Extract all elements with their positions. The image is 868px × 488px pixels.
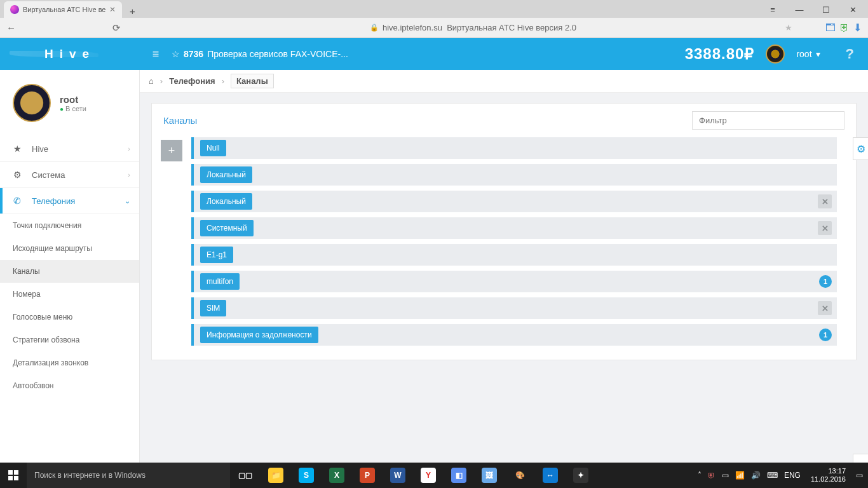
address-sep bbox=[442, 23, 447, 32]
taskbar-app3[interactable]: ✦ bbox=[566, 463, 596, 488]
svg-rect-0 bbox=[8, 470, 13, 475]
tab-close-icon[interactable]: ✕ bbox=[109, 5, 116, 14]
browser-tab[interactable]: Виртуальная АТС Hive ве ✕ bbox=[4, 1, 122, 18]
subnav-voice-menus[interactable]: Голосовые меню bbox=[0, 306, 139, 329]
download-icon[interactable]: ⬇ bbox=[853, 22, 862, 34]
taskbar-paint[interactable]: 🎨 bbox=[505, 463, 535, 488]
channel-tag[interactable]: Информация о задолжености bbox=[200, 327, 318, 343]
delete-row-icon[interactable]: ✕ bbox=[818, 301, 832, 315]
channel-tag[interactable]: Локальный bbox=[200, 193, 252, 210]
home-icon[interactable]: ⌂ bbox=[149, 76, 154, 86]
channel-row[interactable]: multifon1 bbox=[191, 271, 837, 292]
avatar bbox=[766, 44, 785, 64]
menu-icon[interactable]: ≡ bbox=[760, 1, 785, 18]
subnav-numbers[interactable]: Номера bbox=[0, 283, 139, 306]
shield-icon[interactable]: ⛨ bbox=[839, 22, 850, 34]
channel-row[interactable]: Информация о задолжености1 bbox=[191, 324, 837, 346]
sidebar-item-telephony[interactable]: ✆ Телефония ⌄ bbox=[0, 188, 139, 214]
subnav-call-details[interactable]: Детализация звонков bbox=[0, 351, 139, 374]
sidebar-toggle[interactable]: ≡ bbox=[140, 48, 172, 61]
channel-tag[interactable]: SIM bbox=[200, 300, 226, 316]
panel-title: Каналы bbox=[163, 115, 197, 126]
add-channel-button[interactable]: + bbox=[161, 140, 182, 161]
tray-chevron-up-icon[interactable]: ˄ bbox=[698, 471, 702, 480]
taskbar-explorer[interactable]: 📁 bbox=[261, 463, 291, 488]
minimize-button[interactable]: — bbox=[787, 1, 812, 18]
sidebar-item-system[interactable]: ⚙ Система › bbox=[0, 162, 139, 188]
header-ticker[interactable]: ☆ 8736 Проверка сервисов FAX-VOICE-... bbox=[172, 49, 348, 59]
channel-tag[interactable]: Локальный bbox=[200, 166, 252, 183]
filter-input[interactable] bbox=[692, 111, 844, 130]
taskbar-search-placeholder: Поиск в интернете и в Windows bbox=[34, 471, 146, 480]
taskbar-word[interactable]: W bbox=[383, 463, 413, 488]
ticker-id: 8736 bbox=[184, 49, 203, 59]
tray-icon[interactable]: ⛨ bbox=[708, 471, 715, 480]
maximize-button[interactable]: ☐ bbox=[813, 1, 839, 18]
taskbar-teamviewer[interactable]: ↔ bbox=[535, 463, 566, 488]
sidebar-item-hive[interactable]: ★ Hive › bbox=[0, 136, 139, 162]
count-badge: 1 bbox=[819, 329, 832, 341]
channel-tag[interactable]: E1-g1 bbox=[200, 247, 233, 263]
channel-rows: NullЛокальныйЛокальный✕Системный✕E1-g1mu… bbox=[191, 137, 837, 346]
extension-icon[interactable]: 🗔 bbox=[825, 22, 836, 34]
nav-reload-button[interactable]: ⟳ bbox=[112, 22, 121, 34]
help-button[interactable]: ? bbox=[832, 46, 868, 62]
panel-body: + NullЛокальныйЛокальный✕Системный✕E1-g1… bbox=[152, 137, 856, 360]
panel-channels: Каналы + NullЛокальныйЛокальный✕Системны… bbox=[151, 103, 857, 360]
start-button[interactable] bbox=[0, 463, 27, 488]
taskbar-app1[interactable]: ◧ bbox=[444, 463, 474, 488]
subnav-connection-points[interactable]: Точки подключения bbox=[0, 214, 139, 237]
channel-row[interactable]: Локальный✕ bbox=[191, 191, 837, 212]
close-window-button[interactable]: ✕ bbox=[840, 1, 865, 18]
address-bar: ← ⟳ 🔒 hive.iptelefon.su Виртуальная АТС … bbox=[0, 18, 868, 38]
svg-rect-1 bbox=[14, 470, 18, 475]
channel-tag[interactable]: Системный bbox=[200, 220, 254, 236]
subnav-outbound-routes[interactable]: Исходящие маршруты bbox=[0, 237, 139, 260]
subnav-channels[interactable]: Каналы bbox=[0, 260, 139, 283]
delete-row-icon[interactable]: ✕ bbox=[818, 194, 832, 208]
taskbar: Поиск в интернете и в Windows ▢▢ 📁 S X P… bbox=[0, 463, 868, 488]
sidebar-item-label: Hive bbox=[32, 144, 48, 154]
taskbar-clock[interactable]: 13:17 11.02.2016 bbox=[807, 467, 850, 484]
taskbar-excel[interactable]: X bbox=[322, 463, 352, 488]
channel-row[interactable]: E1-g1 bbox=[191, 244, 837, 266]
online-dot-icon: ● bbox=[60, 105, 64, 112]
channel-tag[interactable]: multifon bbox=[200, 273, 240, 290]
channel-row[interactable]: SIM✕ bbox=[191, 297, 837, 319]
tab-title: Виртуальная АТС Hive ве bbox=[23, 6, 105, 13]
task-view-button[interactable]: ▢▢ bbox=[230, 463, 261, 488]
settings-tab-icon[interactable]: ⚙ bbox=[853, 137, 868, 160]
taskbar-app2[interactable]: 🖼 bbox=[474, 463, 505, 488]
nav-back-button[interactable]: ← bbox=[6, 22, 16, 33]
address-field[interactable]: 🔒 hive.iptelefon.su Виртуальная АТС Hive… bbox=[128, 23, 818, 32]
tray-wifi-icon[interactable]: 📶 bbox=[735, 471, 745, 480]
channel-row-actions: 1 bbox=[819, 329, 832, 341]
new-tab-button[interactable]: + bbox=[125, 4, 140, 18]
tray-battery-icon[interactable]: ▭ bbox=[722, 471, 729, 480]
subnav-call-strategies[interactable]: Стратегии обзвона bbox=[0, 329, 139, 351]
channel-row[interactable]: Системный✕ bbox=[191, 217, 837, 239]
sidebar-avatar bbox=[13, 84, 51, 122]
taskbar-powerpoint[interactable]: P bbox=[352, 463, 383, 488]
count-badge: 1 bbox=[819, 275, 832, 288]
taskbar-search[interactable]: Поиск в интернете и в Windows bbox=[27, 463, 230, 488]
channel-tag[interactable]: Null bbox=[200, 140, 226, 156]
user-menu[interactable]: root ▾ bbox=[785, 49, 831, 59]
taskbar-yandex[interactable]: Y bbox=[413, 463, 444, 488]
channel-row[interactable]: Null bbox=[191, 137, 837, 159]
tray-volume-icon[interactable]: 🔊 bbox=[751, 471, 761, 480]
channel-row[interactable]: Локальный bbox=[191, 164, 837, 186]
content: ⌂ › Телефония › Каналы Каналы + NullЛока… bbox=[140, 70, 868, 463]
channel-row-actions: ✕ bbox=[818, 194, 832, 208]
delete-row-icon[interactable]: ✕ bbox=[818, 221, 832, 235]
tray-lang[interactable]: ENG bbox=[784, 471, 801, 480]
browser-tab-strip: Виртуальная АТС Hive ве ✕ + ≡ — ☐ ✕ bbox=[0, 0, 868, 18]
taskbar-skype[interactable]: S bbox=[291, 463, 322, 488]
breadcrumb-sep: › bbox=[160, 76, 163, 86]
bookmark-star-icon[interactable]: ★ bbox=[785, 23, 792, 32]
sidebar-item-label: Телефония bbox=[32, 196, 75, 206]
tray-keyboard-icon[interactable]: ⌨ bbox=[767, 471, 778, 480]
tray-notifications-icon[interactable]: ▭ bbox=[856, 471, 863, 480]
breadcrumb-telephony[interactable]: Телефония bbox=[169, 76, 215, 86]
subnav-auto-dial[interactable]: Автообзвон bbox=[0, 374, 139, 397]
